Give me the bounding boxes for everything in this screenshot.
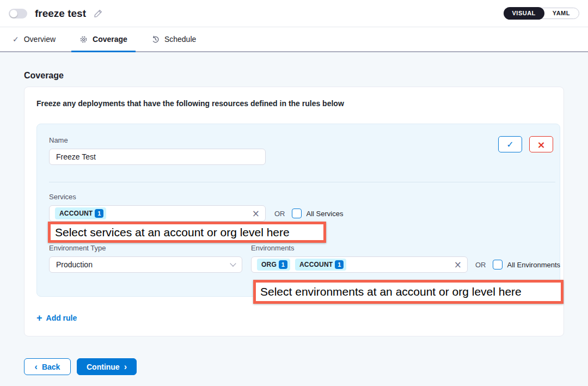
add-rule-label: Add rule [46, 314, 77, 322]
environments-multiselect[interactable]: ORG 1 ACCOUNT 1 × [251, 256, 468, 273]
clear-environments-icon[interactable]: × [454, 260, 462, 269]
name-field-group: Name [49, 136, 266, 165]
chevron-down-icon [230, 260, 236, 266]
edit-title-button[interactable] [93, 9, 103, 19]
rule-name-input[interactable] [49, 149, 266, 165]
tab-bar: ✓ Overview Coverage Schedule [0, 27, 588, 52]
tag-count-badge: 1 [279, 260, 287, 269]
all-environments-cluster: OR All Environments [475, 256, 560, 273]
tag-label: ACCOUNT [59, 210, 93, 217]
close-icon: × [537, 139, 545, 150]
tab-coverage-label: Coverage [93, 35, 127, 44]
environments-row: Environment Type Production Environments… [49, 244, 555, 273]
freeze-enabled-toggle[interactable] [9, 9, 27, 19]
services-label: Services [49, 193, 266, 201]
environments-tag-org[interactable]: ORG 1 [257, 259, 290, 271]
check-icon: ✓ [506, 139, 513, 150]
tab-overview[interactable]: ✓ Overview [4, 27, 64, 51]
services-annotation-callout: Select services at an account or org lev… [48, 222, 326, 243]
cancel-rule-button[interactable]: × [529, 136, 553, 152]
rule-action-buttons: ✓ × [498, 136, 553, 152]
add-rule-button[interactable]: + Add rule [36, 314, 77, 322]
top-bar: freeze test VISUAL YAML [0, 0, 588, 27]
all-services-checkbox[interactable] [292, 209, 302, 218]
footer-buttons: ‹ Back Continue › [24, 358, 564, 375]
tab-overview-label: Overview [24, 35, 56, 44]
freeze-rule-card: Name ✓ × Serv [36, 124, 560, 297]
check-icon: ✓ [13, 35, 19, 44]
confirm-rule-button[interactable]: ✓ [498, 136, 522, 152]
tab-schedule-label: Schedule [164, 35, 196, 44]
tag-label: ACCOUNT [299, 261, 333, 268]
environments-or-label: OR [475, 261, 486, 269]
services-multiselect[interactable]: ACCOUNT 1 × [49, 205, 266, 222]
all-services-label: All Services [307, 210, 344, 218]
tag-count-badge: 1 [335, 260, 344, 269]
freeze-title: freeze test [35, 8, 86, 20]
chevron-left-icon: ‹ [35, 363, 38, 371]
all-services-cluster: OR All Services [274, 205, 343, 222]
coverage-heading: Coverage [24, 71, 564, 81]
visual-mode-button[interactable]: VISUAL [504, 7, 544, 20]
services-tag-account[interactable]: ACCOUNT 1 [55, 207, 106, 219]
pencil-icon [93, 9, 103, 19]
name-label: Name [49, 136, 266, 144]
history-clock-icon [151, 35, 160, 44]
yaml-mode-button[interactable]: YAML [544, 8, 579, 19]
all-environments-label: All Environments [507, 261, 561, 269]
environment-type-value: Production [56, 260, 93, 269]
continue-label: Continue [87, 363, 120, 371]
toggle-knob-icon [10, 10, 17, 17]
freeze-window: freeze test VISUAL YAML ✓ Overview [0, 0, 588, 386]
gear-icon [79, 35, 88, 44]
environment-type-select[interactable]: Production [49, 256, 242, 273]
services-field-group: Services ACCOUNT 1 × [49, 193, 266, 222]
services-row: Services ACCOUNT 1 × OR All Services [49, 193, 555, 222]
rule-divider [49, 182, 555, 182]
visual-yaml-toggle: VISUAL YAML [504, 8, 580, 19]
tab-schedule[interactable]: Schedule [143, 27, 204, 51]
tag-count-badge: 1 [95, 209, 103, 218]
environments-annotation-callout: Select environments at an account or org… [253, 280, 564, 304]
environments-field-group: Environments ORG 1 ACCOUNT 1 × [251, 244, 468, 273]
services-or-label: OR [274, 210, 285, 218]
plus-icon: + [36, 314, 42, 322]
chevron-right-icon: › [124, 363, 127, 371]
environment-type-label: Environment Type [49, 244, 242, 252]
tab-coverage[interactable]: Coverage [71, 27, 136, 51]
coverage-description: Freeze any deployments that have the fol… [36, 99, 560, 108]
environments-label: Environments [251, 244, 468, 252]
continue-button[interactable]: Continue › [77, 358, 137, 375]
environment-type-field-group: Environment Type Production [49, 244, 242, 273]
clear-services-icon[interactable]: × [252, 209, 260, 218]
all-environments-checkbox[interactable] [493, 260, 503, 269]
environments-tag-account[interactable]: ACCOUNT 1 [295, 259, 346, 271]
rule-name-row: Name ✓ × [49, 136, 555, 165]
back-label: Back [42, 363, 60, 371]
tag-label: ORG [261, 261, 277, 268]
back-button[interactable]: ‹ Back [24, 358, 71, 375]
